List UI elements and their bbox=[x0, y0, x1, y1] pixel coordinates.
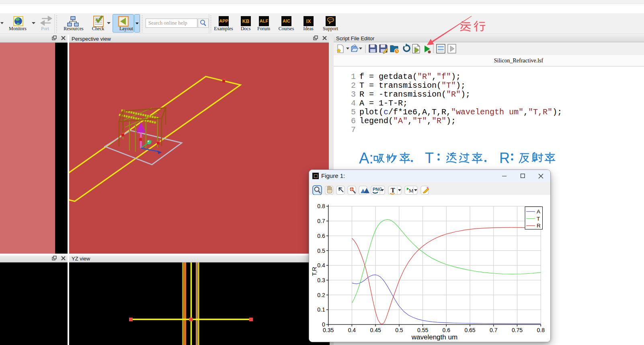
svg-text:R: R bbox=[499, 150, 510, 166]
svg-text:T: T bbox=[391, 187, 395, 194]
svg-text:0.65: 0.65 bbox=[464, 327, 475, 333]
svg-text:wavelength um: wavelength um bbox=[411, 333, 457, 341]
svg-text:0.4: 0.4 bbox=[317, 262, 325, 269]
svg-text:0.8: 0.8 bbox=[317, 203, 325, 209]
svg-text:0.4: 0.4 bbox=[348, 327, 356, 333]
svg-text:0.7: 0.7 bbox=[490, 327, 498, 333]
svg-text:0.1: 0.1 bbox=[317, 306, 325, 313]
svg-text:0.6: 0.6 bbox=[317, 233, 325, 239]
svg-text:0.55: 0.55 bbox=[417, 327, 428, 333]
svg-text:R: R bbox=[537, 223, 541, 229]
svg-text:A: A bbox=[537, 209, 540, 215]
svg-text:0.5: 0.5 bbox=[395, 327, 403, 333]
svg-text:T: T bbox=[425, 150, 434, 166]
svg-text:0.8: 0.8 bbox=[537, 327, 545, 333]
svg-text:0.3: 0.3 bbox=[317, 277, 325, 283]
svg-text:T,R: T,R bbox=[311, 267, 318, 276]
svg-text:0.2: 0.2 bbox=[317, 292, 325, 298]
svg-text:M: M bbox=[409, 188, 414, 194]
svg-text:0.45: 0.45 bbox=[370, 327, 381, 333]
svg-text:A:: A: bbox=[359, 150, 373, 167]
svg-text:0.6: 0.6 bbox=[443, 327, 451, 333]
svg-text:0.75: 0.75 bbox=[512, 327, 523, 333]
svg-text:0.7: 0.7 bbox=[317, 218, 325, 224]
svg-text:T: T bbox=[537, 216, 540, 222]
svg-text:0.5: 0.5 bbox=[317, 248, 325, 254]
svg-text:0.35: 0.35 bbox=[323, 327, 334, 333]
svg-text:Search online help: Search online help bbox=[148, 20, 187, 26]
